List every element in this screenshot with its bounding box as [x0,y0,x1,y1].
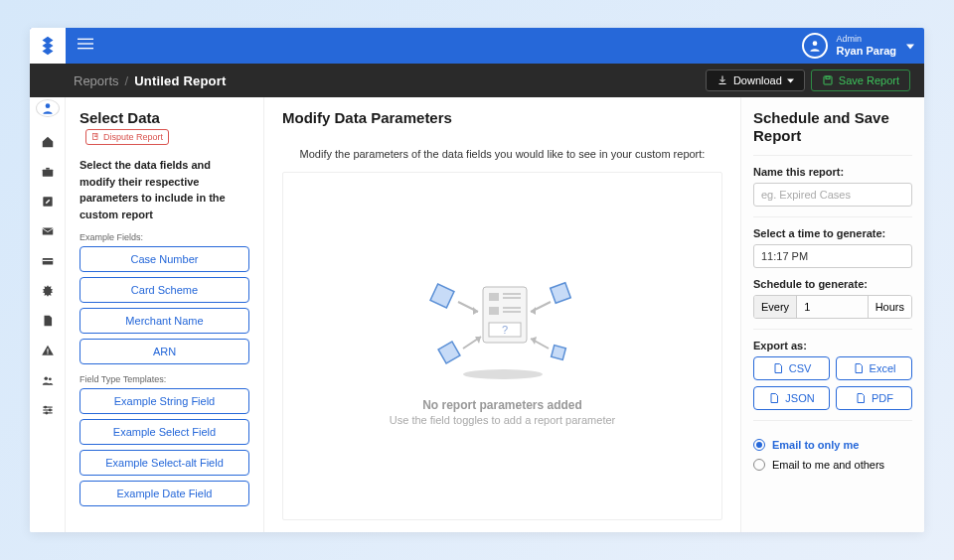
breadcrumb: Reports / Untiled Report [74,73,227,88]
left-panel: Select Data Dispute Report Select the da… [66,97,264,532]
field-case-number[interactable]: Case Number [80,246,249,272]
field-select-template[interactable]: Example Select Field [80,419,249,445]
svg-text:?: ? [501,324,507,336]
empty-state-title: No report parameters added [422,398,582,412]
radio-email-others[interactable]: Email to me and others [753,459,912,471]
save-report-button[interactable]: Save Report [811,70,910,91]
svg-rect-2 [78,48,93,49]
field-merchant-name[interactable]: Merchant Name [80,308,249,334]
export-as-label: Export as: [753,340,912,351]
breadcrumb-root[interactable]: Reports [74,73,119,88]
field-string-template[interactable]: Example String Field [80,388,249,414]
svg-point-21 [44,406,46,408]
empty-illustration: ? [403,267,602,386]
export-pdf-button[interactable]: PDF [836,386,912,410]
schedule-every: Every [754,296,797,318]
breadcrumb-current: Untiled Report [134,73,226,88]
download-button[interactable]: Download [706,70,805,91]
dispute-report-badge[interactable]: Dispute Report [85,129,169,145]
rail-home-icon[interactable] [36,133,60,151]
icon-rail [30,97,66,532]
time-input[interactable] [753,244,912,268]
brand-logo[interactable] [30,28,66,64]
rail-alert-icon[interactable] [36,342,60,359]
svg-rect-35 [430,284,454,308]
center-panel: Modify Data Parameters Modify the parame… [264,97,740,532]
svg-rect-37 [438,342,460,363]
rail-user-icon[interactable] [36,99,60,117]
example-fields-label: Example Fields: [80,232,249,242]
chevron-down-icon [906,37,914,55]
empty-state-subtitle: Use the field toggles to add a report pa… [390,414,615,426]
field-card-scheme[interactable]: Card Scheme [80,277,249,303]
svg-rect-15 [47,352,48,353]
rail-users-icon[interactable] [36,371,60,389]
select-data-description: Select the data fields and modify their … [80,157,249,222]
svg-point-25 [463,369,543,379]
svg-rect-36 [550,282,570,303]
content-body: Select Data Dispute Report Select the da… [30,97,924,532]
svg-rect-27 [489,293,499,301]
schedule-unit[interactable]: Hours [869,296,911,318]
report-name-input[interactable] [753,183,912,207]
svg-rect-30 [489,307,499,315]
radio-email-only-me[interactable]: Email to only me [753,439,912,451]
svg-point-22 [49,409,51,411]
template-fields-label: Field Type Templates: [80,374,249,384]
schedule-generate-label: Schedule to generate: [753,278,912,290]
modify-params-title: Modify Data Parameters [282,109,722,126]
export-excel-button[interactable]: Excel [836,356,912,380]
export-json-button[interactable]: JSON [753,386,830,410]
user-menu[interactable]: Admin Ryan Parag [802,33,914,59]
app-window: Admin Ryan Parag Reports / Untiled Repor… [30,28,924,532]
svg-rect-5 [826,76,830,79]
menu-icon[interactable] [78,36,93,56]
svg-rect-11 [42,258,53,264]
schedule-row[interactable]: Every 1 Hours [753,295,912,319]
rail-file-icon[interactable] [36,312,60,330]
svg-rect-4 [824,76,832,84]
avatar-icon [802,33,828,59]
rail-briefcase-icon[interactable] [36,163,60,181]
export-csv-button[interactable]: CSV [753,356,830,380]
radio-icon [753,439,765,451]
subheader: Reports / Untiled Report Download Save R… [30,64,924,97]
select-data-title: Select Data [80,109,160,126]
right-panel: Schedule and Save Report Name this repor… [740,97,924,532]
rail-mail-icon[interactable] [36,222,60,240]
rail-sliders-icon[interactable] [36,401,60,419]
field-arn[interactable]: ARN [80,339,249,364]
svg-rect-10 [42,228,53,235]
user-role: Admin [836,35,896,45]
radio-icon [753,459,765,471]
svg-point-17 [48,377,51,380]
schedule-value[interactable]: 1 [797,296,869,318]
svg-rect-7 [42,170,53,177]
svg-rect-1 [78,43,93,44]
svg-point-3 [813,41,818,46]
time-generate-label: Select a time to generate: [753,227,912,239]
empty-state: ? No report para [282,172,722,520]
rail-gear-icon[interactable] [36,282,60,300]
user-name: Ryan Parag [836,45,896,57]
download-label: Download [733,74,782,86]
svg-point-16 [44,377,48,381]
field-date-template[interactable]: Example Date Field [80,481,249,506]
save-label: Save Report [839,74,899,86]
svg-rect-12 [42,260,53,261]
schedule-save-title: Schedule and Save Report [753,109,912,145]
name-report-label: Name this report: [753,166,912,178]
svg-rect-0 [78,39,93,40]
svg-point-6 [45,103,50,108]
svg-rect-8 [46,168,50,170]
svg-point-23 [45,412,47,414]
svg-rect-14 [47,349,48,352]
field-select-alt-template[interactable]: Example Select-alt Field [80,450,249,476]
rail-edit-icon[interactable] [36,193,60,210]
topbar: Admin Ryan Parag [30,28,924,64]
modify-params-subtitle: Modify the parameters of the data fields… [282,148,722,160]
rail-card-icon[interactable] [36,252,60,270]
svg-rect-38 [551,345,565,359]
